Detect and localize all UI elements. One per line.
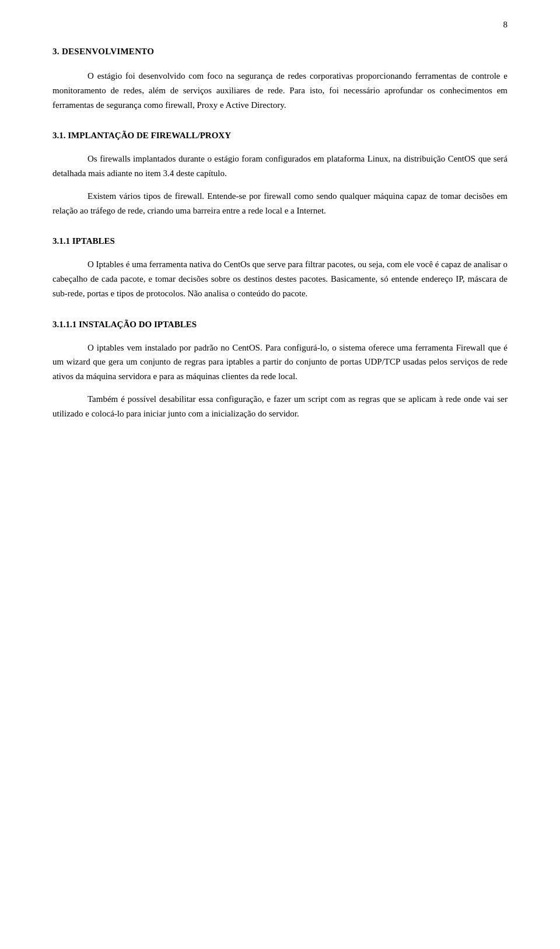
page-number: 8 [503,17,508,31]
subsection-311-title: 3.1.1 IPTABLES [52,234,508,248]
subsubsection-3111-title: 3.1.1.1 INSTALAÇÃO DO IPTABLES [52,317,508,331]
subsection-311-p1: O Iptables é uma ferramenta nativa do Ce… [52,257,508,300]
subsection-31-p2: Existem vários tipos de firewall. Entend… [52,189,508,218]
section-3-intro: O estágio foi desenvolvido com foco na s… [52,69,508,112]
subsubsection-3111-p2: Também é possível desabilitar essa confi… [52,392,508,421]
section-3-title: 3. DESENVOLVIMENTO [52,44,508,58]
subsection-31-title: 3.1. IMPLANTAÇÃO DE FIREWALL/PROXY [52,128,508,142]
subsection-31-p1: Os firewalls implantados durante o estág… [52,152,508,181]
page: 8 3. DESENVOLVIMENTO O estágio foi desen… [0,0,560,949]
subsubsection-3111-p1: O iptables vem instalado por padrão no C… [52,341,508,384]
